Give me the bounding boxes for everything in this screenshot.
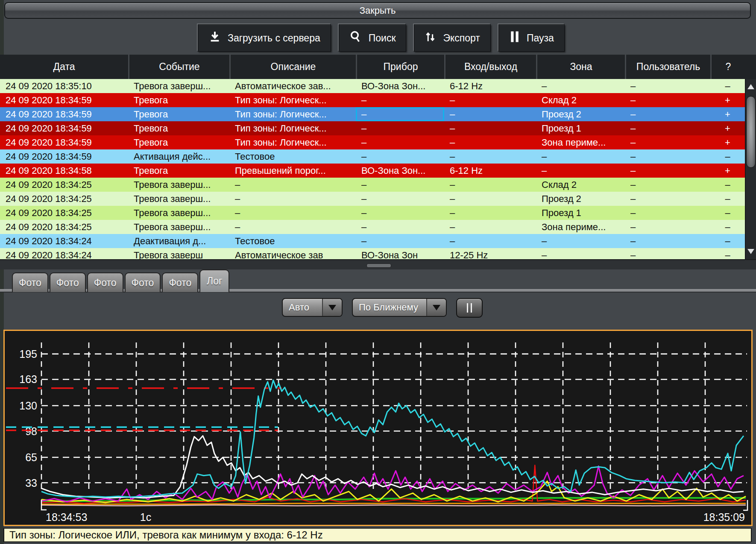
export-button[interactable]: Экспорт [414, 24, 490, 52]
column-header-event[interactable]: Событие [128, 55, 229, 79]
cell-event[interactable]: Тревога заверш... [128, 192, 229, 206]
cell-date[interactable]: 24 09 2020 18:34:59 [0, 149, 128, 164]
search-button[interactable]: Поиск [339, 24, 407, 52]
cell-user[interactable]: – [625, 79, 710, 93]
cell-description[interactable]: – [229, 192, 356, 206]
cell-ack[interactable]: – [710, 178, 745, 192]
event-table[interactable]: 24 09 2020 18:35:10Тревога заверш...Авто… [0, 79, 745, 259]
table-row[interactable]: 24 09 2020 18:34:25Тревога заверш...–––С… [0, 178, 745, 192]
cell-description[interactable]: Тип зоны: Логическ... [229, 107, 356, 121]
cell-zone[interactable]: – [536, 79, 625, 93]
pane-splitter[interactable] [0, 259, 756, 269]
cell-device[interactable]: – [356, 192, 444, 206]
cell-event[interactable]: Тревога [128, 107, 229, 121]
cell-description[interactable]: Превышений порог... [229, 164, 356, 178]
cell-zone[interactable]: Проезд 2 [536, 107, 625, 121]
cell-user[interactable]: – [625, 220, 710, 234]
table-row[interactable]: 24 09 2020 18:34:59ТревогаТип зоны: Логи… [0, 121, 745, 135]
cell-date[interactable]: 24 09 2020 18:34:59 [0, 121, 128, 135]
cell-description[interactable]: – [229, 206, 356, 220]
table-row[interactable]: 24 09 2020 18:34:59ТревогаТип зоны: Логи… [0, 135, 745, 149]
chevron-down-icon[interactable] [322, 299, 342, 316]
cell-user[interactable]: – [625, 149, 710, 164]
cell-ack[interactable]: – [710, 206, 745, 220]
cell-date[interactable]: 24 09 2020 18:34:24 [0, 248, 128, 259]
cell-event[interactable]: Тревога [128, 135, 229, 149]
cell-zone[interactable]: Склад 2 [536, 93, 625, 107]
cell-description[interactable]: – [229, 220, 356, 234]
column-header-ack[interactable]: ? [710, 55, 745, 79]
column-header-zone[interactable]: Зона [536, 55, 625, 79]
cell-event[interactable]: Деактивация д... [128, 234, 229, 248]
cell-ack[interactable]: + [710, 107, 745, 121]
cell-date[interactable]: 24 09 2020 18:34:25 [0, 192, 128, 206]
tab-log[interactable]: Лог [199, 269, 229, 292]
cell-event[interactable]: Тревога заверш... [128, 178, 229, 192]
cell-date[interactable]: 24 09 2020 18:34:59 [0, 93, 128, 107]
cell-ack[interactable]: – [710, 248, 745, 259]
cell-user[interactable]: – [625, 121, 710, 135]
cell-zone[interactable]: – [536, 164, 625, 178]
cell-event[interactable]: Тревога [128, 93, 229, 107]
cell-device[interactable]: – [356, 121, 444, 135]
cell-date[interactable]: 24 09 2020 18:34:59 [0, 107, 128, 121]
cell-user[interactable]: – [625, 164, 710, 178]
cell-user[interactable]: – [625, 248, 710, 259]
cell-io[interactable]: – [444, 192, 536, 206]
cell-ack[interactable]: + [710, 164, 745, 178]
cell-description[interactable]: Тип зоны: Логическ... [229, 121, 356, 135]
cell-device[interactable]: – [356, 178, 444, 192]
cell-event[interactable]: Тревога [128, 164, 229, 178]
table-row[interactable]: 24 09 2020 18:35:10Тревога заверш...Авто… [0, 79, 745, 93]
cell-date[interactable]: 24 09 2020 18:34:25 [0, 178, 128, 192]
cell-device[interactable]: – [356, 93, 444, 107]
cell-description[interactable]: Тип зоны: Логическ... [229, 135, 356, 149]
cell-description[interactable]: Автоматическое зав [229, 248, 356, 259]
tab-photo-2[interactable]: Фото [50, 272, 86, 292]
scrollbar-thumb[interactable] [746, 96, 756, 168]
cell-date[interactable]: 24 09 2020 18:34:59 [0, 135, 128, 149]
cell-description[interactable]: Тестовое [229, 234, 356, 248]
cell-description[interactable]: – [229, 178, 356, 192]
table-row-selected[interactable]: 24 09 2020 18:34:59ТревогаТип зоны: Логи… [0, 107, 745, 121]
cell-user[interactable]: – [625, 192, 710, 206]
cell-device[interactable]: – [356, 206, 444, 220]
table-row[interactable]: 24 09 2020 18:34:59ТревогаТип зоны: Логи… [0, 93, 745, 107]
scroll-up-button[interactable] [746, 79, 756, 94]
cell-user[interactable]: – [625, 178, 710, 192]
table-scrollbar[interactable] [745, 79, 756, 259]
cell-io[interactable]: – [444, 206, 536, 220]
table-row[interactable]: 24 09 2020 18:34:24Тревога завершАвтомат… [0, 248, 745, 259]
cell-event[interactable]: Тревога [128, 121, 229, 135]
cell-device[interactable]: – [356, 107, 444, 121]
cell-event[interactable]: Тревога заверш... [128, 206, 229, 220]
cell-date[interactable]: 24 09 2020 18:34:24 [0, 234, 128, 248]
tab-photo-3[interactable]: Фото [87, 272, 123, 292]
cell-device[interactable]: – [356, 135, 444, 149]
cell-user[interactable]: – [625, 93, 710, 107]
cell-device[interactable]: ВО-Зона Зон [356, 248, 444, 259]
scroll-down-button[interactable] [746, 244, 756, 259]
chevron-down-icon[interactable] [426, 299, 446, 316]
cell-io[interactable]: – [444, 220, 536, 234]
chart-pause-toggle[interactable] [456, 298, 483, 318]
cell-zone[interactable]: – [536, 149, 625, 164]
cell-ack[interactable]: – [710, 192, 745, 206]
cell-description[interactable]: Автоматическое зав... [229, 79, 356, 93]
cell-user[interactable]: – [625, 234, 710, 248]
table-row[interactable]: 24 09 2020 18:34:25Тревога заверш...–––П… [0, 206, 745, 220]
cell-event[interactable]: Тревога заверш... [128, 79, 229, 93]
column-header-io[interactable]: Вход/выход [444, 55, 536, 79]
pause-button[interactable]: Пауза [498, 24, 565, 52]
cell-ack[interactable]: + [710, 135, 745, 149]
cell-event[interactable]: Тревога заверш... [128, 220, 229, 234]
cell-event[interactable]: Тревога заверш [128, 248, 229, 259]
cell-date[interactable]: 24 09 2020 18:34:25 [0, 206, 128, 220]
cell-io[interactable]: 6-12 Hz [444, 79, 536, 93]
cell-zone[interactable]: Зона периме... [536, 220, 625, 234]
signal-chart[interactable]: 33659813016319518:34:531с18:35:09 [3, 330, 753, 526]
cell-device[interactable]: – [356, 220, 444, 234]
tab-photo-4[interactable]: Фото [125, 272, 161, 292]
cell-io[interactable]: – [444, 121, 536, 135]
cell-zone[interactable]: – [536, 234, 625, 248]
